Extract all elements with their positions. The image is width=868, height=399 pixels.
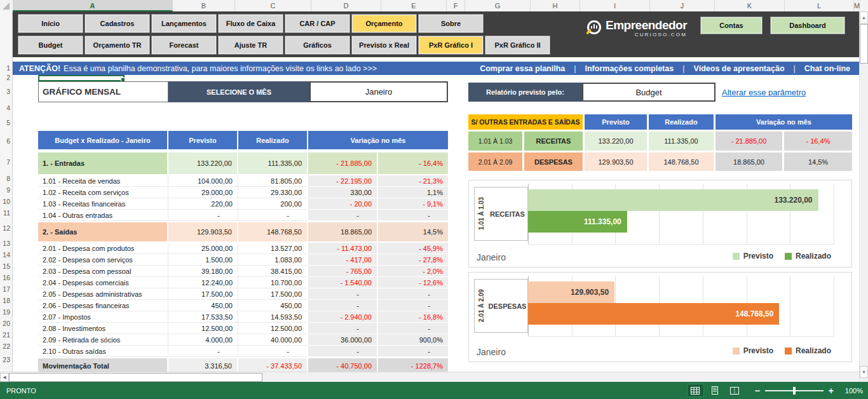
value-cell[interactable]: - [308, 323, 378, 334]
row-header-2[interactable]: 2 [0, 72, 10, 83]
value-cell[interactable]: - 27,8% [378, 254, 448, 266]
row-label-cell[interactable]: 2.06 - Despesas financeiras [38, 300, 168, 311]
row-label-cell[interactable]: 1.04 - Outras entradas [38, 210, 168, 221]
value-cell[interactable]: - 21.885,00 [308, 152, 378, 174]
value-cell[interactable]: - 9,1% [378, 198, 448, 210]
row-label-cell[interactable]: 2.01 - Despesa com produtos [38, 243, 168, 254]
row-header-3[interactable]: 3 [0, 86, 10, 97]
nav-button-r2-6[interactable]: PxR Gráfico I [418, 36, 484, 55]
select-all-corner[interactable] [3, 3, 10, 10]
table-header-cell[interactable]: Budget x Realizado - Janeiro [38, 131, 168, 149]
value-cell[interactable]: 17.500,00 [238, 288, 308, 300]
vertical-scrollbar[interactable]: ▲ ▼ [859, 11, 868, 382]
page-break-view-icon[interactable] [726, 384, 743, 397]
row-label-cell[interactable]: 2.02 - Despesa com serviços [38, 254, 168, 266]
summary-value-cell[interactable]: - 21.885,00 [715, 132, 784, 151]
value-cell[interactable]: 900,0% [378, 334, 448, 346]
notice-link-0[interactable]: Comprar essa planilha [480, 64, 565, 73]
value-cell[interactable]: - [238, 210, 308, 221]
value-cell[interactable]: 29.000,00 [168, 187, 238, 198]
normal-view-icon[interactable] [687, 384, 704, 397]
nav-button-r2-1[interactable]: Orçamento TR [85, 36, 150, 55]
notice-link-3[interactable]: Chat on-line [804, 64, 850, 73]
row-label-cell[interactable]: 2.10 - Outras saídas [38, 346, 168, 357]
column-header-B[interactable]: B [173, 0, 235, 11]
value-cell[interactable]: - 20,00 [308, 198, 378, 210]
value-cell[interactable]: - [378, 288, 448, 300]
row-label-cell[interactable]: 2.05 - Despesas administrativas [38, 288, 168, 300]
nav-button-r1-1[interactable]: Cadastros [85, 14, 150, 33]
row-label-cell[interactable]: 1. - Entradas [38, 152, 168, 174]
row-header-14[interactable]: 14 [0, 250, 10, 260]
value-cell[interactable]: 38.415,00 [238, 266, 308, 277]
value-cell[interactable]: 14.593,50 [238, 311, 308, 323]
row-header-23[interactable]: 23 [0, 355, 10, 365]
value-cell[interactable]: 17.533,50 [168, 311, 238, 323]
row-header-11[interactable]: 11 [0, 208, 10, 218]
column-header-F[interactable]: F [447, 0, 465, 11]
value-cell[interactable]: - 45,9% [378, 243, 448, 254]
value-cell[interactable]: 18.865,00 [308, 222, 378, 241]
row-header-7[interactable]: 7 [0, 157, 10, 167]
horizontal-scrollbar[interactable]: ◀ ▶ [0, 372, 868, 382]
column-header-J[interactable]: J [650, 0, 715, 11]
value-cell[interactable]: 13.527,00 [238, 243, 308, 254]
column-header-D[interactable]: D [311, 0, 381, 11]
row-header-20[interactable]: 20 [0, 318, 10, 328]
row-label-cell[interactable]: 1.02 - Receita com serviços [38, 187, 168, 198]
value-cell[interactable]: 330,00 [308, 187, 378, 198]
value-cell[interactable]: 1,1% [378, 187, 448, 198]
value-cell[interactable]: 12.500,00 [168, 323, 238, 334]
nav-button-r2-7[interactable]: PxR Gráfico II [485, 36, 550, 55]
value-cell[interactable]: 17.500,00 [168, 288, 238, 300]
value-cell[interactable]: 104.000,00 [168, 175, 238, 187]
zoom-out-button[interactable]: − [755, 386, 760, 395]
summary-value-cell[interactable]: 129.903,50 [585, 152, 649, 171]
row-header-22[interactable]: 22 [0, 341, 10, 351]
value-cell[interactable]: - 21,3% [378, 175, 448, 187]
value-cell[interactable]: 200,00 [238, 198, 308, 210]
summary-value-cell[interactable]: 18.865,00 [715, 152, 784, 171]
value-cell[interactable]: 14,5% [378, 222, 448, 241]
row-header-8[interactable]: 8 [0, 173, 10, 184]
value-cell[interactable]: 81.805,00 [238, 175, 308, 187]
nav-button-r1-6[interactable]: Sobre [418, 14, 484, 33]
value-cell[interactable]: 1.500,00 [168, 254, 238, 266]
row-label-cell[interactable]: 2.08 - Investimentos [38, 323, 168, 334]
summary-header-cell[interactable]: S/ OUTRAS ENTRADAS E SAÍDAS [468, 114, 585, 130]
value-cell[interactable]: 40.000,00 [238, 334, 308, 346]
value-cell[interactable]: 133.220,00 [168, 152, 238, 174]
value-cell[interactable]: - [308, 210, 378, 221]
row-header-10[interactable]: 10 [0, 196, 10, 206]
nav-button-r2-2[interactable]: Forecast [151, 36, 217, 55]
scroll-down-arrow[interactable]: ▼ [860, 366, 868, 378]
zoom-in-button[interactable]: + [829, 386, 834, 395]
summary-value-cell[interactable]: 148.768,50 [649, 152, 715, 171]
scroll-left-arrow[interactable]: ◀ [0, 373, 9, 382]
value-cell[interactable]: - [238, 346, 308, 357]
value-cell[interactable]: - 22.195,00 [308, 175, 378, 187]
change-parameter-link[interactable]: Alterar esse parâmetro [722, 85, 806, 100]
vertical-scroll-thumb[interactable] [860, 24, 868, 64]
nav-button-r1-2[interactable]: Lançamentos [151, 14, 217, 33]
nav-button-r2-0[interactable]: Budget [18, 36, 83, 55]
value-cell[interactable]: 148.768,50 [238, 222, 308, 241]
row-header-5[interactable]: 5 [0, 118, 10, 128]
row-label-cell[interactable]: 1.01 - Receita de vendas [38, 175, 168, 187]
value-cell[interactable]: - [378, 323, 448, 334]
nav-button-r2-5[interactable]: Previsto x Real [351, 36, 417, 55]
month-select-value[interactable]: Janeiro [309, 81, 448, 102]
table-header-cell[interactable]: Previsto [168, 131, 238, 149]
table-header-cell[interactable]: Realizado [238, 131, 308, 149]
summary-value-cell[interactable]: 133.220,00 [585, 132, 649, 151]
row-header-18[interactable]: 18 [0, 295, 10, 306]
value-cell[interactable]: - [168, 346, 238, 357]
notice-link-1[interactable]: Informações completas [585, 64, 674, 73]
summary-header-cell[interactable]: Variação no mês [715, 114, 852, 130]
value-cell[interactable]: 36.000,00 [308, 334, 378, 346]
row-header-12[interactable]: 12 [0, 223, 10, 233]
value-cell[interactable]: - 12,6% [378, 277, 448, 288]
row-label-cell[interactable]: 1.03 - Receitas financeiras [38, 198, 168, 210]
scroll-up-arrow[interactable]: ▲ [860, 11, 868, 24]
summary-label-cell[interactable]: DESPESAS [524, 152, 585, 171]
